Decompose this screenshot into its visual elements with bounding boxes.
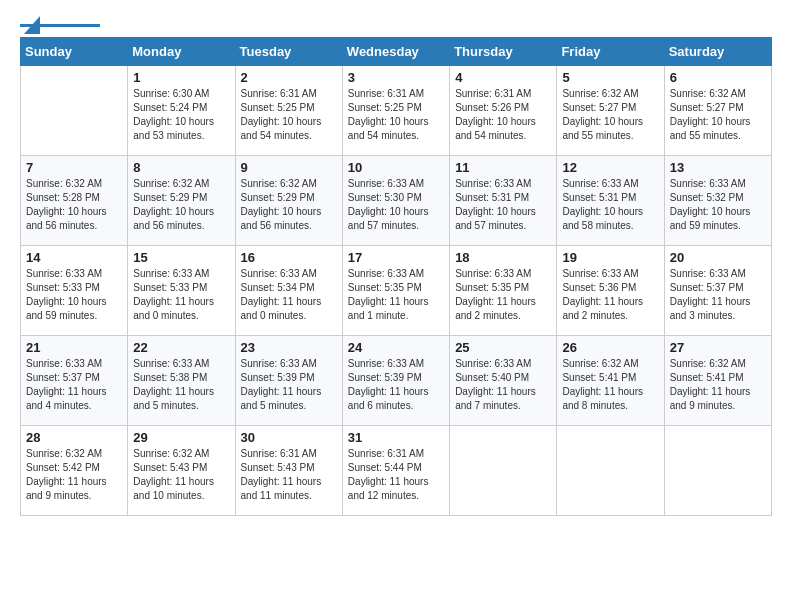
- day-number: 31: [348, 430, 444, 445]
- day-header-tuesday: Tuesday: [235, 38, 342, 66]
- day-number: 8: [133, 160, 229, 175]
- day-info: Sunrise: 6:32 AM Sunset: 5:41 PM Dayligh…: [562, 357, 658, 413]
- calendar-cell: 13Sunrise: 6:33 AM Sunset: 5:32 PM Dayli…: [664, 156, 771, 246]
- day-header-saturday: Saturday: [664, 38, 771, 66]
- day-info: Sunrise: 6:33 AM Sunset: 5:35 PM Dayligh…: [348, 267, 444, 323]
- day-header-friday: Friday: [557, 38, 664, 66]
- day-number: 3: [348, 70, 444, 85]
- day-header-sunday: Sunday: [21, 38, 128, 66]
- day-number: 17: [348, 250, 444, 265]
- day-info: Sunrise: 6:31 AM Sunset: 5:43 PM Dayligh…: [241, 447, 337, 503]
- day-info: Sunrise: 6:33 AM Sunset: 5:40 PM Dayligh…: [455, 357, 551, 413]
- calendar-cell: [557, 426, 664, 516]
- calendar-cell: 29Sunrise: 6:32 AM Sunset: 5:43 PM Dayli…: [128, 426, 235, 516]
- day-number: 10: [348, 160, 444, 175]
- calendar-cell: 4Sunrise: 6:31 AM Sunset: 5:26 PM Daylig…: [450, 66, 557, 156]
- calendar-cell: 3Sunrise: 6:31 AM Sunset: 5:25 PM Daylig…: [342, 66, 449, 156]
- day-info: Sunrise: 6:33 AM Sunset: 5:37 PM Dayligh…: [26, 357, 122, 413]
- day-info: Sunrise: 6:32 AM Sunset: 5:41 PM Dayligh…: [670, 357, 766, 413]
- calendar-cell: 12Sunrise: 6:33 AM Sunset: 5:31 PM Dayli…: [557, 156, 664, 246]
- day-number: 9: [241, 160, 337, 175]
- day-info: Sunrise: 6:33 AM Sunset: 5:35 PM Dayligh…: [455, 267, 551, 323]
- day-info: Sunrise: 6:33 AM Sunset: 5:37 PM Dayligh…: [670, 267, 766, 323]
- calendar-cell: 6Sunrise: 6:32 AM Sunset: 5:27 PM Daylig…: [664, 66, 771, 156]
- calendar-cell: 18Sunrise: 6:33 AM Sunset: 5:35 PM Dayli…: [450, 246, 557, 336]
- day-info: Sunrise: 6:32 AM Sunset: 5:42 PM Dayligh…: [26, 447, 122, 503]
- day-info: Sunrise: 6:32 AM Sunset: 5:43 PM Dayligh…: [133, 447, 229, 503]
- day-number: 16: [241, 250, 337, 265]
- calendar-table: SundayMondayTuesdayWednesdayThursdayFrid…: [20, 37, 772, 516]
- day-number: 19: [562, 250, 658, 265]
- calendar-week-2: 7Sunrise: 6:32 AM Sunset: 5:28 PM Daylig…: [21, 156, 772, 246]
- calendar-cell: 27Sunrise: 6:32 AM Sunset: 5:41 PM Dayli…: [664, 336, 771, 426]
- day-info: Sunrise: 6:31 AM Sunset: 5:25 PM Dayligh…: [348, 87, 444, 143]
- day-number: 24: [348, 340, 444, 355]
- day-number: 5: [562, 70, 658, 85]
- calendar-cell: 19Sunrise: 6:33 AM Sunset: 5:36 PM Dayli…: [557, 246, 664, 336]
- calendar-cell: 7Sunrise: 6:32 AM Sunset: 5:28 PM Daylig…: [21, 156, 128, 246]
- calendar-cell: 26Sunrise: 6:32 AM Sunset: 5:41 PM Dayli…: [557, 336, 664, 426]
- calendar-cell: 14Sunrise: 6:33 AM Sunset: 5:33 PM Dayli…: [21, 246, 128, 336]
- calendar-cell: 28Sunrise: 6:32 AM Sunset: 5:42 PM Dayli…: [21, 426, 128, 516]
- calendar-cell: 21Sunrise: 6:33 AM Sunset: 5:37 PM Dayli…: [21, 336, 128, 426]
- calendar-cell: 17Sunrise: 6:33 AM Sunset: 5:35 PM Dayli…: [342, 246, 449, 336]
- day-info: Sunrise: 6:33 AM Sunset: 5:39 PM Dayligh…: [241, 357, 337, 413]
- calendar-cell: 16Sunrise: 6:33 AM Sunset: 5:34 PM Dayli…: [235, 246, 342, 336]
- day-info: Sunrise: 6:33 AM Sunset: 5:36 PM Dayligh…: [562, 267, 658, 323]
- calendar-cell: 23Sunrise: 6:33 AM Sunset: 5:39 PM Dayli…: [235, 336, 342, 426]
- day-number: 25: [455, 340, 551, 355]
- calendar-cell: 25Sunrise: 6:33 AM Sunset: 5:40 PM Dayli…: [450, 336, 557, 426]
- calendar-cell: [21, 66, 128, 156]
- calendar-week-3: 14Sunrise: 6:33 AM Sunset: 5:33 PM Dayli…: [21, 246, 772, 336]
- day-header-monday: Monday: [128, 38, 235, 66]
- calendar-cell: 2Sunrise: 6:31 AM Sunset: 5:25 PM Daylig…: [235, 66, 342, 156]
- day-number: 29: [133, 430, 229, 445]
- calendar-cell: 15Sunrise: 6:33 AM Sunset: 5:33 PM Dayli…: [128, 246, 235, 336]
- day-number: 7: [26, 160, 122, 175]
- day-number: 20: [670, 250, 766, 265]
- calendar-week-5: 28Sunrise: 6:32 AM Sunset: 5:42 PM Dayli…: [21, 426, 772, 516]
- day-header-wednesday: Wednesday: [342, 38, 449, 66]
- day-number: 15: [133, 250, 229, 265]
- logo: [20, 20, 100, 27]
- calendar-cell: 1Sunrise: 6:30 AM Sunset: 5:24 PM Daylig…: [128, 66, 235, 156]
- calendar-cell: [664, 426, 771, 516]
- day-info: Sunrise: 6:33 AM Sunset: 5:30 PM Dayligh…: [348, 177, 444, 233]
- calendar-cell: 5Sunrise: 6:32 AM Sunset: 5:27 PM Daylig…: [557, 66, 664, 156]
- day-number: 14: [26, 250, 122, 265]
- calendar-cell: 10Sunrise: 6:33 AM Sunset: 5:30 PM Dayli…: [342, 156, 449, 246]
- day-info: Sunrise: 6:33 AM Sunset: 5:31 PM Dayligh…: [455, 177, 551, 233]
- calendar-cell: 30Sunrise: 6:31 AM Sunset: 5:43 PM Dayli…: [235, 426, 342, 516]
- day-info: Sunrise: 6:33 AM Sunset: 5:32 PM Dayligh…: [670, 177, 766, 233]
- day-info: Sunrise: 6:33 AM Sunset: 5:33 PM Dayligh…: [26, 267, 122, 323]
- day-number: 30: [241, 430, 337, 445]
- day-info: Sunrise: 6:33 AM Sunset: 5:33 PM Dayligh…: [133, 267, 229, 323]
- calendar-cell: 11Sunrise: 6:33 AM Sunset: 5:31 PM Dayli…: [450, 156, 557, 246]
- day-number: 4: [455, 70, 551, 85]
- day-info: Sunrise: 6:33 AM Sunset: 5:34 PM Dayligh…: [241, 267, 337, 323]
- day-number: 11: [455, 160, 551, 175]
- svg-marker-0: [24, 16, 40, 34]
- day-number: 21: [26, 340, 122, 355]
- calendar-cell: 22Sunrise: 6:33 AM Sunset: 5:38 PM Dayli…: [128, 336, 235, 426]
- day-number: 1: [133, 70, 229, 85]
- day-number: 27: [670, 340, 766, 355]
- calendar-cell: 24Sunrise: 6:33 AM Sunset: 5:39 PM Dayli…: [342, 336, 449, 426]
- logo-arrow-icon: [22, 16, 40, 34]
- day-info: Sunrise: 6:31 AM Sunset: 5:25 PM Dayligh…: [241, 87, 337, 143]
- calendar-cell: [450, 426, 557, 516]
- day-number: 22: [133, 340, 229, 355]
- day-info: Sunrise: 6:33 AM Sunset: 5:39 PM Dayligh…: [348, 357, 444, 413]
- day-number: 26: [562, 340, 658, 355]
- day-info: Sunrise: 6:32 AM Sunset: 5:27 PM Dayligh…: [670, 87, 766, 143]
- day-info: Sunrise: 6:32 AM Sunset: 5:29 PM Dayligh…: [133, 177, 229, 233]
- day-info: Sunrise: 6:32 AM Sunset: 5:28 PM Dayligh…: [26, 177, 122, 233]
- day-info: Sunrise: 6:30 AM Sunset: 5:24 PM Dayligh…: [133, 87, 229, 143]
- day-info: Sunrise: 6:32 AM Sunset: 5:27 PM Dayligh…: [562, 87, 658, 143]
- day-number: 23: [241, 340, 337, 355]
- day-number: 13: [670, 160, 766, 175]
- day-info: Sunrise: 6:33 AM Sunset: 5:31 PM Dayligh…: [562, 177, 658, 233]
- day-number: 28: [26, 430, 122, 445]
- day-info: Sunrise: 6:31 AM Sunset: 5:26 PM Dayligh…: [455, 87, 551, 143]
- calendar-week-1: 1Sunrise: 6:30 AM Sunset: 5:24 PM Daylig…: [21, 66, 772, 156]
